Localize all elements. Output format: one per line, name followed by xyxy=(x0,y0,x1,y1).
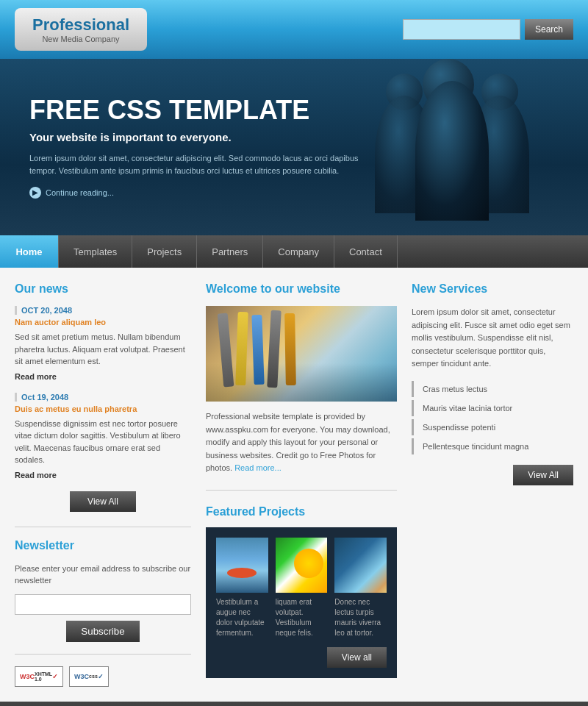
projects-grid: Vestibulum a augue nec dolor vulputate f… xyxy=(216,538,387,638)
w3c-html-badge: W3C XHTML1.0 ✓ xyxy=(15,666,63,687)
middle-column: Welcome to our website Professional webs… xyxy=(206,282,397,687)
service-item-2: Mauris vitae lacinia tortor xyxy=(412,400,573,416)
projects-box: Vestibulum a augue nec dolor vulputate f… xyxy=(206,527,397,678)
newsletter-section: Newsletter Please enter your email addre… xyxy=(15,539,191,642)
new-services-title: New Services xyxy=(412,282,573,296)
newsletter-title: Newsletter xyxy=(15,539,191,552)
mid-divider xyxy=(206,490,397,491)
welcome-read-more-link[interactable]: Read more... xyxy=(234,463,282,472)
search-area: Search xyxy=(403,19,573,40)
project-caption-1: Vestibulum a augue nec dolor vulputate f… xyxy=(216,597,268,638)
welcome-image xyxy=(206,306,397,402)
news-date-1: OCT 20, 2048 xyxy=(15,306,191,315)
news-body-2: Suspendisse dignissim est nec tortor pos… xyxy=(15,418,191,466)
news-body-1: Sed sit amet pretium metus. Nullam biben… xyxy=(15,331,191,368)
logo-title: Professional xyxy=(29,15,132,35)
welcome-title: Welcome to our website xyxy=(206,282,397,296)
news-headline-1: Nam auctor aliquam leo xyxy=(15,318,191,327)
nav-item-contact[interactable]: Contact xyxy=(334,235,398,268)
project-thumb-1 xyxy=(216,538,268,593)
clip-5 xyxy=(284,313,296,385)
nav-item-projects[interactable]: Projects xyxy=(132,235,197,268)
hero-continue-link[interactable]: ▶ Continue reading... xyxy=(29,187,368,199)
hero-content: FREE CSS TEMPLATE Your website is import… xyxy=(29,96,368,199)
hero-link-text: Continue reading... xyxy=(46,188,114,197)
hero-body: Lorem ipsum dolor sit amet, consectetur … xyxy=(29,152,368,178)
divider-1 xyxy=(15,527,191,527)
image-overlay xyxy=(206,306,397,402)
flower-container xyxy=(276,538,328,593)
news-item-1: OCT 20, 2048 Nam auctor aliquam leo Sed … xyxy=(15,306,191,381)
badges-area: W3C XHTML1.0 ✓ W3C css ✓ xyxy=(15,666,191,687)
our-news-title: Our news xyxy=(15,282,191,296)
featured-projects-title: Featured Projects xyxy=(206,505,397,518)
project-thumb-3 xyxy=(334,538,387,593)
header: Professional New Media Company Search xyxy=(0,0,588,59)
project-image-3 xyxy=(334,538,387,593)
hero-subtitle: Your website is important to everyone. xyxy=(29,131,368,143)
news-item-2: Oct 19, 2048 Duis ac metus eu nulla phar… xyxy=(15,393,191,479)
hero-silhouette xyxy=(353,66,559,228)
nav-item-home[interactable]: Home xyxy=(0,235,59,268)
project-caption-3: Donec nec lectus turpis mauris viverra l… xyxy=(334,597,387,638)
right-column: New Services Lorem ipsum dolor sit amet,… xyxy=(412,282,573,687)
service-item-1: Cras metus lectus xyxy=(412,381,573,397)
footer: © Copyright 2013.Company name All rights… xyxy=(0,702,588,707)
project-item-2: liquam erat volutpat. Vestibulum neque f… xyxy=(276,538,328,638)
view-all-services-button[interactable]: View All xyxy=(513,465,573,485)
nav-item-templates[interactable]: Templates xyxy=(59,235,132,268)
divider-2 xyxy=(15,654,191,655)
service-item-3: Suspendisse potenti xyxy=(412,419,573,435)
w3c-css-badge: W3C css ✓ xyxy=(69,666,109,687)
news-headline-2: Duis ac metus eu nulla pharetra xyxy=(15,404,191,413)
play-icon: ▶ xyxy=(29,187,41,199)
newsletter-email-input[interactable] xyxy=(15,594,191,615)
news-read-2[interactable]: Read more xyxy=(15,471,191,479)
main-content: Our news OCT 20, 2048 Nam auctor aliquam… xyxy=(0,268,588,702)
left-column: Our news OCT 20, 2048 Nam auctor aliquam… xyxy=(15,282,191,687)
subscribe-button[interactable]: Subscribe xyxy=(66,621,139,642)
search-input[interactable] xyxy=(403,19,520,40)
view-all-news-button[interactable]: View All xyxy=(70,491,136,512)
service-list: Cras metus lectus Mauris vitae lacinia t… xyxy=(412,381,573,454)
project-image-2 xyxy=(276,538,328,593)
news-date-2: Oct 19, 2048 xyxy=(15,393,191,402)
welcome-text: Professional website template is provide… xyxy=(206,410,397,475)
view-all-projects-button[interactable]: View all xyxy=(327,647,387,668)
project-image-1 xyxy=(216,538,268,593)
hero-banner: FREE CSS TEMPLATE Your website is import… xyxy=(0,59,588,235)
nav-item-company[interactable]: Company xyxy=(263,235,334,268)
project-item-3: Donec nec lectus turpis mauris viverra l… xyxy=(334,538,387,638)
flower-center xyxy=(294,549,323,578)
project-thumb-2 xyxy=(276,538,328,593)
project-item-1: Vestibulum a augue nec dolor vulputate f… xyxy=(216,538,268,638)
service-item-4: Pellentesque tincidunt magna xyxy=(412,438,573,454)
hero-title: FREE CSS TEMPLATE xyxy=(29,96,368,125)
welcome-body: Professional website template is provide… xyxy=(206,412,390,472)
nav-bar: Home Templates Projects Partners Company… xyxy=(0,235,588,268)
project-caption-2: liquam erat volutpat. Vestibulum neque f… xyxy=(276,597,328,638)
nav-item-partners[interactable]: Partners xyxy=(197,235,263,268)
search-button[interactable]: Search xyxy=(525,19,573,40)
news-read-1[interactable]: Read more xyxy=(15,372,191,381)
logo-subtitle: New Media Company xyxy=(29,35,132,43)
logo-box: Professional New Media Company xyxy=(15,8,147,51)
new-services-body: Lorem ipsum dolor sit amet, consectetur … xyxy=(412,306,573,371)
silhouette-body-front xyxy=(415,81,489,221)
newsletter-desc: Please enter your email address to subsc… xyxy=(15,563,191,587)
kayak-shape xyxy=(227,568,257,578)
